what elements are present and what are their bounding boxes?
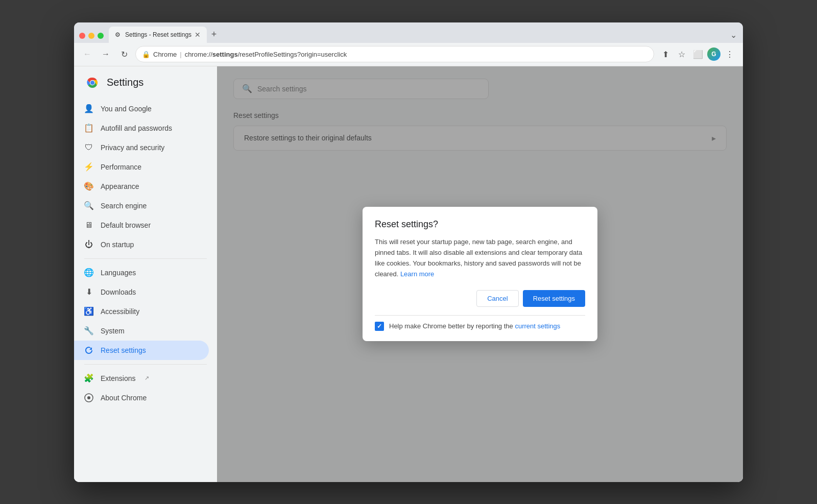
traffic-lights xyxy=(79,33,104,39)
sidebar-item-appearance[interactable]: 🎨 Appearance xyxy=(74,177,209,196)
tab-close-icon[interactable]: ✕ xyxy=(195,31,201,38)
sidebar-divider-2 xyxy=(84,364,207,365)
sidebar-item-privacy[interactable]: 🛡 Privacy and security xyxy=(74,138,209,157)
sidebar-item-label: Performance xyxy=(101,163,141,171)
sidebar-item-performance[interactable]: ⚡ Performance xyxy=(74,157,209,177)
wrench-icon: 🔧 xyxy=(84,326,93,335)
sidebar-item-label: Appearance xyxy=(101,182,139,190)
chrome-circle-icon xyxy=(84,393,93,402)
tab-bar: ⚙ Settings - Reset settings ✕ + xyxy=(109,27,738,43)
bookmark-button[interactable]: ☆ xyxy=(675,47,689,61)
dialog-footer: ✓ Help make Chrome better by reporting t… xyxy=(375,315,585,331)
dialog-overlay: Reset settings? This will reset your sta… xyxy=(217,66,743,482)
globe-icon: 🌐 xyxy=(84,268,93,277)
sidebar-divider xyxy=(84,258,207,259)
sidebar-item-about-chrome[interactable]: About Chrome xyxy=(74,388,209,407)
dialog-title: Reset settings? xyxy=(375,219,585,230)
dialog-actions: Cancel Reset settings xyxy=(375,290,585,307)
sidebar-item-label: On startup xyxy=(101,241,134,249)
puzzle-icon: 🧩 xyxy=(84,374,93,383)
shield-icon: 🛡 xyxy=(84,143,93,152)
palette-icon: 🎨 xyxy=(84,182,93,191)
learn-more-link[interactable]: Learn more xyxy=(400,270,434,278)
checkbox-check-icon: ✓ xyxy=(377,323,382,330)
sidebar-item-label: Autofill and passwords xyxy=(101,124,172,132)
search-icon: 🔍 xyxy=(84,201,93,210)
footer-text: Help make Chrome better by reporting the… xyxy=(389,322,560,330)
sidebar-item-label: Search engine xyxy=(101,202,147,210)
sidebar-item-you-google[interactable]: 👤 You and Google xyxy=(74,99,209,118)
sidebar-item-label: Reset settings xyxy=(101,346,146,354)
address-separator: | xyxy=(180,51,181,58)
sidebar-item-label: Accessibility xyxy=(101,307,139,316)
sidebar: Settings 👤 You and Google 📋 Autofill and… xyxy=(74,66,217,482)
sidebar-item-on-startup[interactable]: ⏻ On startup xyxy=(74,235,209,254)
sidebar-item-label: System xyxy=(101,327,125,335)
new-tab-button[interactable]: + xyxy=(207,28,221,42)
sidebar-item-extensions[interactable]: 🧩 Extensions ↗ xyxy=(74,369,209,388)
sidebar-item-autofill[interactable]: 📋 Autofill and passwords xyxy=(74,118,209,138)
tab-controls-chevron[interactable]: ⌄ xyxy=(730,30,737,40)
current-settings-link[interactable]: current settings xyxy=(515,322,560,330)
nav-bar: ← → ↻ 🔒 Chrome | chrome://settings/reset… xyxy=(74,43,743,66)
dialog-body: This will reset your startup page, new t… xyxy=(375,237,585,279)
lock-icon: 🔒 xyxy=(142,51,150,58)
forward-button[interactable]: → xyxy=(99,47,113,61)
chrome-logo-icon xyxy=(84,75,101,91)
site-name: Chrome xyxy=(153,51,177,58)
sidebar-item-label: Privacy and security xyxy=(101,143,164,152)
browser-icon: 🖥 xyxy=(84,221,93,230)
maximize-button[interactable] xyxy=(98,33,104,39)
sidebar-item-default-browser[interactable]: 🖥 Default browser xyxy=(74,215,209,235)
tab-search-button[interactable]: ⬜ xyxy=(691,47,705,61)
external-link-icon: ↗ xyxy=(145,375,149,381)
sidebar-item-reset-settings[interactable]: Reset settings xyxy=(74,341,209,360)
sidebar-item-languages[interactable]: 🌐 Languages xyxy=(74,263,209,282)
reset-settings-button[interactable]: Reset settings xyxy=(523,290,585,307)
sidebar-item-downloads[interactable]: ⬇ Downloads xyxy=(74,282,209,302)
tab-title: Settings - Reset settings xyxy=(125,31,191,38)
reset-icon xyxy=(84,346,93,355)
sidebar-item-search-engine[interactable]: 🔍 Search engine xyxy=(74,196,209,215)
sidebar-item-label: You and Google xyxy=(101,105,152,113)
sidebar-item-accessibility[interactable]: ♿ Accessibility xyxy=(74,302,209,321)
profile-button[interactable]: G xyxy=(707,47,720,61)
title-bar: ⚙ Settings - Reset settings ✕ + ⌄ xyxy=(74,22,743,43)
sidebar-item-label: About Chrome xyxy=(101,394,147,402)
sidebar-header: Settings xyxy=(74,75,217,99)
power-icon: ⏻ xyxy=(84,240,93,249)
main-content: Settings 👤 You and Google 📋 Autofill and… xyxy=(74,66,743,482)
sidebar-item-system[interactable]: 🔧 System xyxy=(74,321,209,341)
sidebar-title: Settings xyxy=(107,77,143,88)
sidebar-item-label: Extensions xyxy=(101,374,135,382)
sidebar-item-label: Downloads xyxy=(101,288,136,296)
tab-favicon-icon: ⚙ xyxy=(115,31,122,38)
reload-button[interactable]: ↻ xyxy=(117,47,131,61)
menu-button[interactable]: ⋮ xyxy=(723,47,737,61)
minimize-button[interactable] xyxy=(88,33,94,39)
article-icon: 📋 xyxy=(84,124,93,133)
cancel-button[interactable]: Cancel xyxy=(476,290,518,307)
sidebar-item-label: Languages xyxy=(101,269,136,277)
nav-actions: ⬆ ☆ ⬜ G ⋮ xyxy=(658,47,737,61)
svg-point-2 xyxy=(90,81,94,85)
address-bar[interactable]: 🔒 Chrome | chrome://settings/resetProfil… xyxy=(135,46,654,62)
close-button[interactable] xyxy=(79,33,85,39)
person-icon: 👤 xyxy=(84,104,93,113)
svg-point-4 xyxy=(87,396,90,399)
sidebar-item-label: Default browser xyxy=(101,221,151,229)
download-icon: ⬇ xyxy=(84,287,93,297)
accessibility-icon: ♿ xyxy=(84,307,93,316)
speed-icon: ⚡ xyxy=(84,162,93,172)
active-tab[interactable]: ⚙ Settings - Reset settings ✕ xyxy=(109,27,207,43)
share-button[interactable]: ⬆ xyxy=(658,47,672,61)
address-url: chrome://settings/resetProfileSettings?o… xyxy=(185,51,347,58)
back-button[interactable]: ← xyxy=(80,47,94,61)
content-area: 🔍 Reset settings Restore settings to the… xyxy=(217,66,743,482)
reset-settings-dialog: Reset settings? This will reset your sta… xyxy=(363,207,597,341)
report-checkbox[interactable]: ✓ xyxy=(375,322,384,331)
